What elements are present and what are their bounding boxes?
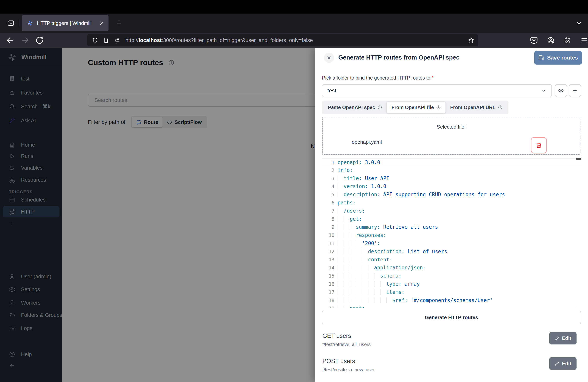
line-text: content: (337, 256, 392, 264)
line-text: responses: (337, 231, 386, 239)
line-text: type: array (337, 280, 420, 288)
line-text: get: (337, 215, 362, 223)
folder-picker-label: Pick a folder to bind the generated HTTP… (322, 75, 433, 81)
line-text: application/json: (337, 264, 426, 272)
code-line[interactable]: 13 content: (322, 256, 582, 264)
route-title: GET users (322, 331, 581, 340)
firefox-view-icon[interactable] (6, 18, 16, 28)
code-line[interactable]: 17 items: (322, 288, 582, 297)
route-path: f/test/retrieve_all_users (322, 341, 581, 348)
list-all-tabs-icon[interactable] (575, 19, 583, 27)
toolbar-right-icons (530, 36, 588, 44)
forward-icon[interactable] (21, 36, 30, 45)
code-line[interactable]: 15 schema: (322, 272, 582, 280)
edit-label: Edit (562, 361, 571, 366)
info-icon (378, 105, 382, 110)
folder-select-value: test (327, 87, 336, 94)
tab-paste-openapi-spec[interactable]: Paste OpenAPI spec (323, 102, 387, 113)
code-line[interactable]: 1openapi: 3.0.0 (322, 158, 582, 166)
account-icon[interactable] (547, 36, 555, 44)
openapi-code-editor[interactable]: 1openapi: 3.0.02info:3 title: User API4 … (322, 158, 582, 308)
pencil-icon (555, 336, 559, 340)
add-folder-button[interactable] (569, 84, 581, 97)
save-routes-button[interactable]: Save routes (534, 51, 582, 64)
edit-route-button[interactable]: Edit (549, 357, 577, 370)
pencil-icon (555, 361, 559, 366)
new-tab-icon[interactable] (115, 19, 123, 27)
line-number: 10 (322, 231, 335, 239)
address-bar[interactable]: http://localhost:3000/routes?filter_path… (87, 34, 478, 46)
tab-label: From OpenAPI file (391, 105, 434, 110)
line-number: 6 (322, 199, 335, 207)
tab-from-openapi-file[interactable]: From OpenAPI file (387, 102, 445, 113)
line-number: 8 (322, 215, 335, 223)
code-line[interactable]: 12 description: List of users (322, 248, 582, 256)
line-number: 17 (322, 288, 335, 297)
code-line[interactable]: 9 summary: Retrieve all users (322, 223, 582, 231)
line-text: '200': (337, 239, 380, 248)
browser-toolbar: http://localhost:3000/routes?filter_path… (0, 33, 588, 48)
code-line[interactable]: 19 post: (322, 304, 582, 308)
close-icon (326, 55, 332, 61)
reload-icon[interactable] (35, 36, 44, 45)
code-line[interactable]: 2info: (322, 166, 582, 174)
folder-select[interactable]: test (322, 84, 552, 97)
edit-route-button[interactable]: Edit (549, 332, 577, 344)
editor-ruler (576, 158, 576, 308)
openapi-source-tabs: Paste OpenAPI specFrom OpenAPI fileFrom … (322, 101, 508, 114)
tab-separator (19, 19, 19, 27)
line-number: 18 (322, 297, 335, 305)
code-line[interactable]: 14 application/json: (322, 264, 582, 272)
code-line[interactable]: 3 title: User API (322, 174, 582, 183)
drawer-title: Generate HTTP routes from OpenAPI spec (338, 54, 460, 61)
pocket-icon[interactable] (530, 36, 538, 44)
line-number: 12 (322, 248, 335, 256)
generated-route-row: GET usersf/test/retrieve_all_usersEdit (322, 331, 581, 356)
code-line[interactable]: 11 '200': (322, 239, 582, 248)
line-text: paths: (337, 199, 356, 207)
shield-icon[interactable] (92, 37, 98, 43)
tab-from-openapi-url[interactable]: From OpenAPI URL (445, 102, 507, 113)
generated-route-row: POST usersf/test/create_a_new_userEdit (322, 357, 581, 381)
generate-routes-button[interactable]: Generate HTTP routes (322, 311, 581, 324)
code-line[interactable]: 16 type: array (322, 280, 582, 288)
code-line[interactable]: 7 /users: (322, 207, 582, 215)
line-text: summary: Retrieve all users (337, 223, 438, 231)
chevron-down-icon (541, 88, 546, 93)
back-icon[interactable] (6, 36, 15, 45)
tab-title: HTTP triggers | Windmill (37, 20, 92, 26)
line-number: 3 (322, 174, 335, 183)
selected-file-dropzone[interactable]: Selected file: openapi.yaml (322, 117, 580, 155)
url-scheme: http:// (126, 37, 139, 43)
tab-close-icon[interactable] (99, 20, 105, 26)
code-line[interactable]: 5 description: API supporting CRUD opera… (322, 191, 582, 199)
required-asterisk: * (432, 75, 434, 81)
page-info-icon[interactable] (103, 37, 109, 43)
browser-tab[interactable]: HTTP triggers | Windmill (22, 15, 108, 31)
view-folder-button[interactable] (555, 84, 567, 97)
code-line[interactable]: 6paths: (322, 199, 582, 207)
extensions-puzzle-icon[interactable] (564, 36, 571, 44)
bookmark-star-icon[interactable] (468, 37, 474, 43)
editor-scrollbar-thumb[interactable] (576, 158, 581, 160)
code-line[interactable]: 4 version: 1.0.0 (322, 182, 582, 191)
menu-hamburger-icon[interactable] (580, 36, 588, 44)
permissions-icon[interactable] (114, 37, 120, 43)
code-line[interactable]: 18 $ref: '#/components/schemas/User' (322, 297, 582, 305)
edit-label: Edit (562, 336, 571, 341)
remove-file-button[interactable] (531, 137, 547, 153)
line-text: openapi: 3.0.0 (337, 159, 380, 166)
info-icon (498, 105, 503, 110)
line-text: title: User API (337, 174, 389, 183)
close-button[interactable] (324, 53, 334, 63)
line-text: description: List of users (337, 248, 447, 256)
line-number: 1 (322, 159, 335, 166)
line-text: items: (337, 288, 404, 297)
line-number: 2 (322, 166, 335, 174)
save-routes-label: Save routes (547, 55, 578, 61)
code-line[interactable]: 10 responses: (322, 231, 582, 239)
line-text: description: API supporting CRUD operati… (337, 191, 505, 199)
line-number: 19 (322, 304, 335, 308)
url-path: :3000/routes?filter_path_of=trigger&user… (162, 37, 313, 43)
code-line[interactable]: 8 get: (322, 215, 582, 223)
